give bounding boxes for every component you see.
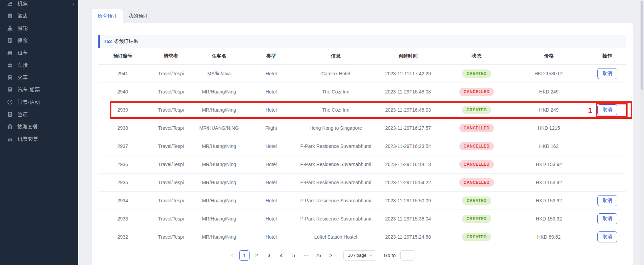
- cell-created: 2023-11-29T16:48:08: [372, 83, 444, 101]
- sidebar-item-label: 签证: [17, 111, 28, 118]
- cell-guest-name: MR/Huang/Ning: [195, 155, 243, 173]
- cell-requester: Travel/Tespi: [147, 191, 195, 210]
- results-count: 752: [104, 39, 112, 44]
- sidebar-item-label: 保险: [17, 37, 28, 44]
- cell-info: Hong Kong to Singapore: [299, 119, 372, 137]
- sidebar-item-label: 车接: [17, 62, 28, 68]
- travel-package-icon: [7, 124, 13, 130]
- cell-booking-id: 2940: [98, 83, 147, 101]
- page-size-select[interactable]: 10 / page: [343, 250, 376, 261]
- cell-type: Hotel: [243, 155, 299, 173]
- cell-booking-id: 2941: [98, 64, 147, 83]
- cell-type: Hotel: [243, 137, 299, 155]
- sidebar-menu: 机票 酒店 游轮 保险 租车 车接 火车 汽车·船票: [0, 0, 78, 145]
- cell-created: 2023-11-29T15:36:04: [372, 210, 444, 228]
- tabbar: 所有预订 我的预订: [92, 9, 633, 23]
- cell-price: HKD 69.62: [509, 228, 588, 246]
- cell-booking-id: 2938: [98, 119, 147, 137]
- header-requester: 请求者: [147, 48, 195, 64]
- scrollbar-thumb[interactable]: [641, 1, 643, 90]
- status-badge: CANCELLED: [459, 88, 494, 96]
- table-row: 2940 Travel/Tespi MR/Huang/Ning Hotel Th…: [98, 83, 626, 101]
- table-row: 2937 Travel/Tespi MR/Huang/Ning Hotel P-…: [98, 137, 626, 155]
- table-row: 2939 Travel/Tespi MR/Huang/Ning Hotel Th…: [98, 101, 626, 119]
- bus-ferry-icon: [7, 87, 13, 93]
- status-badge: CANCELLED: [459, 124, 494, 132]
- status-badge: CREATED: [462, 197, 491, 205]
- sidebar-item-bus-ferry[interactable]: 汽车·船票: [0, 84, 78, 96]
- sidebar-item-pickup[interactable]: 车接: [0, 59, 78, 71]
- cell-type: Hotel: [243, 191, 299, 210]
- cell-info: The Cozi Inn: [299, 101, 372, 119]
- page-button-2[interactable]: 2: [252, 250, 262, 261]
- goto-page-input[interactable]: [400, 250, 415, 261]
- insurance-icon: [7, 37, 13, 43]
- cancel-button[interactable]: 取消: [597, 213, 617, 224]
- cancel-button[interactable]: 取消: [597, 231, 617, 242]
- car-rental-icon: [7, 50, 13, 56]
- cancel-button[interactable]: 取消: [597, 68, 617, 79]
- status-badge: CREATED: [462, 215, 491, 223]
- sidebar-item-travel-packages[interactable]: 旅游套餐: [0, 121, 78, 133]
- cell-created: 2023-11-29T15:24:58: [372, 228, 444, 246]
- cell-requester: Travel/Tespi: [147, 64, 195, 83]
- cell-price: HKD 153.92: [509, 210, 588, 228]
- cell-guest-name: MR/HUANG/NING: [195, 119, 243, 137]
- train-icon: [7, 74, 13, 80]
- page-button-76[interactable]: 76: [313, 250, 324, 261]
- page-ellipsis[interactable]: •••: [301, 250, 311, 261]
- status-badge: CANCELLED: [459, 160, 494, 168]
- cancel-button[interactable]: 取消: [597, 104, 617, 115]
- sidebar-item-trains[interactable]: 火车: [0, 71, 78, 84]
- cell-type: Hotel: [243, 83, 299, 101]
- table-body: 2941 Travel/Tespi MS/liu/alva Hotel Caml…: [98, 64, 626, 246]
- page-button-4[interactable]: 4: [276, 250, 287, 261]
- cell-price: HKD 1215: [509, 119, 588, 137]
- prev-page-button[interactable]: <: [227, 250, 237, 261]
- goto-label: Go to: [384, 253, 396, 258]
- cell-created: 2023-11-29T16:14:13: [372, 155, 444, 173]
- cell-created: 2023-12-11T17:42:29: [372, 64, 444, 83]
- cancel-button[interactable]: 取消: [597, 195, 617, 206]
- page-button-1[interactable]: 1: [239, 250, 250, 261]
- status-badge: CANCELLED: [459, 142, 494, 150]
- flight-package-icon: [7, 136, 13, 142]
- cell-booking-id: 2936: [98, 155, 147, 173]
- tab-my-bookings[interactable]: 我的预订: [123, 9, 154, 23]
- card-body: 752 条预订结果 预订编号 请求者 住客名 类型 信息 创建时间: [92, 23, 633, 265]
- page-button-3[interactable]: 3: [264, 250, 274, 261]
- sidebar-item-label: 酒店: [17, 13, 28, 19]
- main-content: 所有预订 我的预订 752 条预订结果 预订编号 请求者 住客名: [78, 0, 644, 265]
- cell-requester: Travel/Tespi: [147, 83, 195, 101]
- sidebar-item-flight-packages[interactable]: 机票套票: [0, 133, 78, 145]
- sidebar-item-hotels[interactable]: 酒店: [0, 10, 78, 22]
- cell-price: HKD 249: [509, 101, 588, 119]
- sidebar-item-visa[interactable]: 签证: [0, 108, 78, 121]
- cell-type: Hotel: [243, 210, 299, 228]
- tab-all-bookings[interactable]: 所有预订: [92, 9, 123, 23]
- cell-guest-name: MR/Huang/Ning: [195, 137, 243, 155]
- cell-requester: Travel/Tespi: [147, 210, 195, 228]
- sidebar-item-cruises[interactable]: 游轮: [0, 22, 78, 34]
- header-type: 类型: [243, 48, 299, 64]
- cell-info: The Cozi Inn: [299, 83, 372, 101]
- cell-info: Loftel Station Hostel: [299, 228, 372, 246]
- cell-created: 2023-11-29T15:54:22: [372, 173, 444, 191]
- sidebar-item-flights[interactable]: 机票: [0, 0, 78, 10]
- sidebar-item-car-rental[interactable]: 租车: [0, 47, 78, 59]
- sidebar-item-insurance[interactable]: 保险: [0, 34, 78, 47]
- page-button-5[interactable]: 5: [289, 250, 299, 261]
- cell-price: HKD 163: [509, 137, 588, 155]
- sidebar-item-tickets-activities[interactable]: 门票·活动: [0, 96, 78, 108]
- cell-type: Hotel: [243, 101, 299, 119]
- cell-price: HKD 249: [509, 83, 588, 101]
- next-page-button[interactable]: >: [326, 250, 336, 261]
- cell-info: P-Park Residence Suvarnabhumi: [299, 137, 372, 155]
- sidebar-collapse-icon[interactable]: ‹: [72, 0, 74, 7]
- plane-icon: [7, 0, 13, 7]
- bookings-table: 预订编号 请求者 住客名 类型 信息 创建时间 状态 价格 操作 2941 Tr…: [98, 48, 626, 246]
- cell-info: P-Park Residence Suvarnabhumi: [299, 191, 372, 210]
- cell-type: Hotel: [243, 228, 299, 246]
- header-created: 创建时间: [372, 48, 444, 64]
- scrollbar[interactable]: [640, 0, 644, 265]
